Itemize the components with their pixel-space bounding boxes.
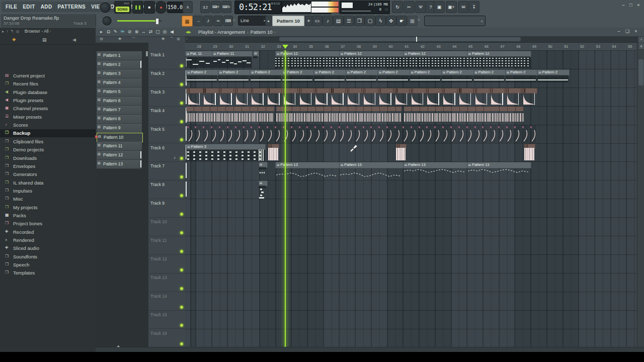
slur-icon[interactable]: ⌒ xyxy=(132,37,136,42)
clip-p2-pattern-2[interactable]: ⊟Pattern 2 xyxy=(505,69,536,82)
menu-item-add[interactable]: ADD xyxy=(41,4,52,10)
browser-item-soundfonts[interactable]: ❒Soundfonts xyxy=(0,253,96,261)
clip-striped[interactable] xyxy=(268,144,278,160)
browser-item-scores[interactable]: ♪Scores xyxy=(0,121,96,129)
zoom-icon[interactable]: ◎ xyxy=(162,29,168,35)
touch-icon[interactable]: ☛ xyxy=(396,16,407,26)
slur-icon[interactable]: ⌒ xyxy=(170,37,174,42)
clip-kick[interactable] xyxy=(473,88,489,106)
clip-arp[interactable] xyxy=(218,125,225,143)
advance-icon[interactable]: → xyxy=(193,16,203,26)
typing-piano-icon[interactable]: ⌨ xyxy=(223,16,233,26)
clip-kick[interactable] xyxy=(298,88,313,106)
pattern-row-2[interactable]: ⊟Pattern 2 xyxy=(97,60,142,69)
song-mode-toggle[interactable]: PAT SONG xyxy=(114,1,131,14)
browser-item-speech[interactable]: ❒Speech xyxy=(0,261,96,269)
minimize-button[interactable]: – xyxy=(620,3,626,8)
clip-clap[interactable] xyxy=(404,107,524,123)
clip-kick[interactable] xyxy=(441,88,456,106)
search-icon[interactable]: ◎ xyxy=(16,29,20,34)
track-mute-light[interactable] xyxy=(180,268,184,272)
clip-kick[interactable] xyxy=(410,88,425,106)
clip-p2-pattern-2[interactable]: ⊟Pattern 2 xyxy=(282,69,313,82)
pattern-row-6[interactable]: ⊟Pattern 6 xyxy=(97,97,142,106)
pattern-row-9[interactable]: ⊟Pattern 9 xyxy=(97,124,142,133)
clip-arp[interactable] xyxy=(321,125,329,143)
clip-arp[interactable] xyxy=(425,125,433,143)
clip-arp[interactable] xyxy=(290,125,297,143)
clip-arp[interactable] xyxy=(529,125,537,143)
clip-kick[interactable] xyxy=(377,88,392,106)
browser-item-generators[interactable]: ❒Generators xyxy=(0,170,96,178)
pattern-row-13[interactable]: ⊟Pattern 13 xyxy=(97,160,142,169)
clip-kick[interactable] xyxy=(313,88,329,106)
clip-arp[interactable] xyxy=(305,125,313,143)
clip-melody-pattern-13[interactable]: ⊟Pattern 13 xyxy=(403,162,466,179)
clip-p2-pattern-2[interactable]: ⊟Pattern 2 xyxy=(473,69,505,82)
clip-kick[interactable] xyxy=(457,88,472,106)
pattern-prev-button[interactable]: ▸ xyxy=(265,16,272,26)
vertical-scroll-thumb[interactable] xyxy=(638,59,643,85)
track-mute-light[interactable] xyxy=(180,175,184,179)
track-header-3[interactable]: Track 3 xyxy=(148,87,185,107)
files-tab-icon[interactable]: ▤ xyxy=(42,37,47,42)
remote-icon[interactable]: ✜ xyxy=(386,16,396,26)
slider-thumb[interactable] xyxy=(155,18,159,25)
browser-item-channel-presets[interactable]: ▣Channel presets xyxy=(0,105,96,113)
piano-roll-icon[interactable]: ♪ xyxy=(323,16,333,26)
browser-item-recorded[interactable]: ✚Recorded xyxy=(0,228,96,236)
menu-item-patterns[interactable]: PATTERNS xyxy=(58,4,86,10)
up-icon[interactable]: ↑ xyxy=(6,29,9,34)
playlist-close-button[interactable]: × xyxy=(633,29,639,34)
clip-mini[interactable]: ⊟ xyxy=(259,180,266,188)
clip-arp[interactable] xyxy=(369,125,377,143)
playlist-maximize-button[interactable]: ❏ xyxy=(624,29,630,34)
clip-p2-pattern-2[interactable]: ⊟Pattern 2 xyxy=(441,69,472,82)
sounds-tab-icon[interactable]: ◀ xyxy=(72,37,76,42)
piano-icon[interactable]: ⊞ xyxy=(177,37,180,41)
clip-arp[interactable] xyxy=(298,125,305,143)
clip-arp[interactable] xyxy=(274,125,281,143)
pattern-row-1[interactable]: ⊟Pattern 1 xyxy=(97,51,142,60)
track-header-13[interactable]: Track 13 xyxy=(148,273,185,292)
back-icon[interactable]: ↰ xyxy=(10,29,15,34)
clip-kick[interactable] xyxy=(250,88,265,106)
mixer-icon[interactable]: ☰ xyxy=(344,16,354,26)
record-button[interactable]: ● xyxy=(155,1,167,14)
clip-mini[interactable]: ⊟ xyxy=(253,51,258,58)
smart-disable-icon[interactable]: ✂ xyxy=(404,1,415,13)
playlist-icon[interactable]: ▭ xyxy=(312,16,323,26)
clip-midi-pat--11[interactable]: ⊟Pat. 11 xyxy=(185,51,211,68)
clip-kick[interactable] xyxy=(346,88,361,106)
track-header-5[interactable]: Track 5 xyxy=(148,125,185,144)
clip-kick[interactable] xyxy=(202,88,217,106)
clip-arp[interactable] xyxy=(418,125,425,143)
clip-kick[interactable] xyxy=(393,88,409,106)
clip-p2-pattern-2[interactable]: ⊟Pattern 2 xyxy=(346,69,377,82)
list-icon[interactable]: ≡ xyxy=(418,18,420,22)
add-pattern-button[interactable]: + xyxy=(305,16,312,26)
download-icon[interactable]: ↧ xyxy=(468,1,479,13)
vertical-scrollbar[interactable]: › ∧ xyxy=(637,36,644,347)
link-icon[interactable]: ∞ xyxy=(213,16,223,26)
browser-item-current-project[interactable]: ▤Current project xyxy=(0,72,96,80)
clip-mini[interactable]: ⊟ xyxy=(259,162,266,169)
track-header-8[interactable]: Track 8 xyxy=(148,180,185,199)
browser-item-envelopes[interactable]: ❒Envelopes xyxy=(0,162,96,170)
track-header-10[interactable]: Track 10 xyxy=(148,217,185,236)
clip-arp[interactable] xyxy=(330,125,337,143)
slide-icon[interactable]: Ј xyxy=(203,16,213,26)
clip-arp[interactable] xyxy=(489,125,497,143)
track-header-6[interactable]: Track 6♪ xyxy=(148,143,185,162)
clip-kick[interactable] xyxy=(234,88,249,106)
playlist-titlebar[interactable]: ◀▶ Playlist - Arrangement›Pattern 10› – … xyxy=(96,28,644,37)
scroll-left-icon[interactable]: ‹ xyxy=(186,37,187,41)
clip-grid-pattern-3[interactable]: ⊟Pattern 3 xyxy=(186,144,265,161)
clip-arp[interactable] xyxy=(497,125,505,143)
browser-item-templates[interactable]: ❒Templates xyxy=(0,269,96,277)
pattern-row-8[interactable]: ⊟Pattern 8 xyxy=(97,115,142,124)
clip-p2-pattern-2[interactable]: ⊟Pattern 2 xyxy=(377,69,409,82)
browser-item-misc[interactable]: ❒Misc xyxy=(0,195,96,203)
plugin-picker-icon[interactable]: ▢ xyxy=(365,16,375,26)
track-mute-light[interactable] xyxy=(180,138,184,142)
